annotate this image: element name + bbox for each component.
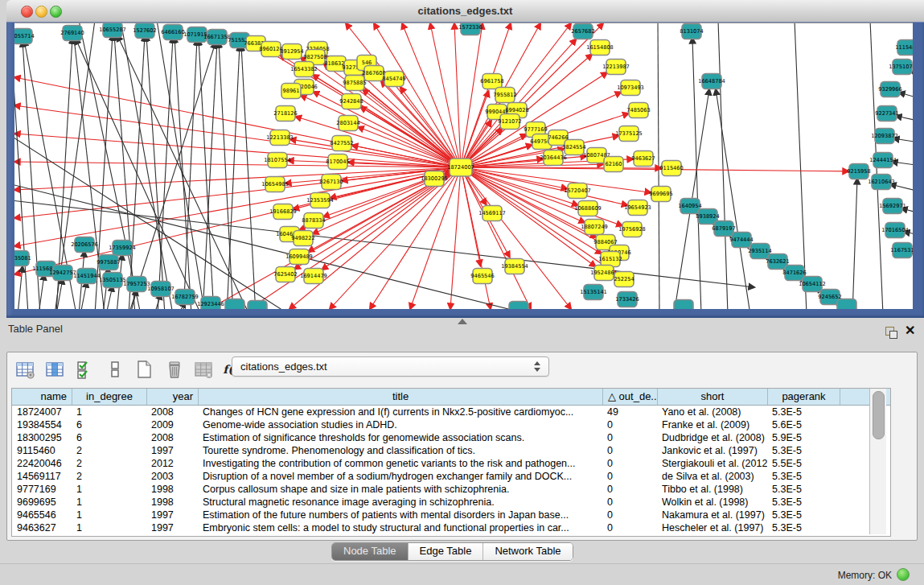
teal-node[interactable]: 1167531 <box>890 243 913 258</box>
yellow-node[interactable]: 1615132 <box>598 252 622 267</box>
teal-node[interactable] <box>509 302 528 310</box>
teal-node[interactable]: 20206576 <box>71 237 98 253</box>
teal-node[interactable] <box>837 299 856 310</box>
yellow-node[interactable]: 17375125 <box>615 126 643 142</box>
yellow-node[interactable]: 14569117 <box>478 206 506 221</box>
teal-node[interactable]: 1640954 <box>678 199 701 214</box>
column-header-sorted[interactable]: △ out_de... <box>602 389 657 405</box>
network-canvas[interactable]: 4055714276914010655287152760264661601071… <box>14 23 913 309</box>
yellow-node[interactable]: 8878334 <box>302 213 325 229</box>
teal-node[interactable]: 1115480 <box>895 40 913 56</box>
hub-node[interactable]: 18724007 <box>447 159 474 176</box>
teal-node[interactable]: 6879197 <box>712 221 735 237</box>
yellow-node[interactable]: 18300295 <box>421 171 448 187</box>
yellow-node[interactable]: 10973493 <box>617 80 644 96</box>
yellow-node[interactable]: 7955812 <box>493 88 516 103</box>
yellow-node[interactable]: 9327508 <box>342 60 365 76</box>
teal-node[interactable]: 9245652 <box>818 290 841 305</box>
yellow-node[interactable]: 8170045 <box>326 154 349 170</box>
teal-node[interactable]: 16782759 <box>171 290 199 305</box>
teal-node[interactable]: 9975887 <box>97 255 120 270</box>
teal-node[interactable]: 10958107 <box>147 282 175 297</box>
vertical-scrollbar[interactable] <box>869 389 886 534</box>
yellow-node[interactable]: 9990448 <box>485 105 508 120</box>
teal-node[interactable]: 7632621 <box>766 254 789 270</box>
table-settings-icon[interactable] <box>14 358 38 381</box>
yellow-node[interactable]: 9884067 <box>593 235 617 250</box>
yellow-node[interactable]: 7625402 <box>273 267 297 282</box>
yellow-node[interactable]: 12353594 <box>306 193 334 208</box>
teal-node[interactable]: 8131074 <box>680 24 703 39</box>
table-selector-dropdown[interactable]: citations_edges.txt <box>232 356 549 377</box>
yellow-node[interactable]: 8912954 <box>280 44 303 60</box>
yellow-node[interactable]: 10688609 <box>574 201 602 216</box>
yellow-node[interactable]: 9115460 <box>659 161 683 176</box>
column-header[interactable]: title <box>198 389 602 405</box>
teal-node[interactable]: 8471626 <box>782 266 806 281</box>
teal-node[interactable]: 9227341 <box>875 106 898 122</box>
yellow-node[interactable]: 9465546 <box>470 269 494 284</box>
memory-ok-indicator[interactable] <box>897 568 910 581</box>
panel-resize-handle[interactable] <box>458 319 467 324</box>
yellow-node[interactable]: 19756928 <box>618 222 646 237</box>
yellow-node[interactable]: 8427552 <box>330 136 353 151</box>
teal-node[interactable] <box>225 299 244 310</box>
teal-node[interactable]: 7515526 <box>228 33 251 48</box>
yellow-node[interactable]: 6961758 <box>480 74 503 89</box>
teal-node[interactable]: 11156889 <box>32 262 60 277</box>
teal-node[interactable]: 1527602 <box>133 23 156 39</box>
yellow-node[interactable]: 12213987 <box>602 60 630 75</box>
teal-node[interactable] <box>248 301 267 310</box>
tab-node-table[interactable]: Node Table <box>332 543 408 560</box>
yellow-node[interactable]: 746266 <box>548 130 568 146</box>
yellow-node[interactable]: 7663822 <box>244 36 267 51</box>
yellow-node[interactable]: 2867608 <box>362 66 385 81</box>
table-row[interactable]: 1938455462009Genome-wide association stu… <box>12 418 890 431</box>
teal-node[interactable] <box>674 300 693 310</box>
teal-node[interactable]: 16648784 <box>698 74 725 89</box>
teal-node[interactable]: 2769140 <box>60 26 84 41</box>
yellow-node[interactable]: 10807487 <box>583 148 610 163</box>
float-window-icon[interactable] <box>885 327 898 339</box>
tab-network-table[interactable]: Network Table <box>483 543 572 560</box>
yellow-node[interactable]: 62160 <box>604 157 623 172</box>
yellow-node[interactable]: 9827508 <box>303 50 326 65</box>
yellow-node[interactable]: 15720407 <box>564 183 591 199</box>
column-header[interactable]: in_degree <box>72 389 146 405</box>
yellow-node[interactable]: 19166829 <box>269 204 297 220</box>
teal-node[interactable]: 12093872 <box>871 129 898 144</box>
yellow-node[interactable]: 9875885 <box>343 76 366 91</box>
teal-node[interactable]: 12444154 <box>869 153 897 168</box>
teal-node[interactable]: 15135141 <box>580 285 607 300</box>
teal-node[interactable]: 15692971 <box>879 199 906 214</box>
yellow-node[interactable]: 546 <box>357 56 376 71</box>
teal-node[interactable]: 10719155 <box>183 27 211 43</box>
yellow-node[interactable]: 2226058 <box>306 42 329 57</box>
teal-node[interactable]: 1733426 <box>615 292 639 307</box>
yellow-node[interactable]: 3824554 <box>562 140 585 155</box>
yellow-node[interactable]: 98961 <box>281 84 301 99</box>
teal-node[interactable]: 9215958 <box>847 164 870 179</box>
delete-table-icon[interactable] <box>192 358 216 381</box>
yellow-node[interactable]: 7485063 <box>626 103 650 118</box>
yellow-node[interactable]: 9699695 <box>649 187 672 202</box>
teal-node[interactable]: 8938924 <box>696 209 719 225</box>
teal-node[interactable]: 2935114 <box>748 244 771 259</box>
column-header[interactable]: short <box>657 389 767 405</box>
yellow-node[interactable]: 6497568 <box>530 134 553 150</box>
teal-node[interactable]: 17957253 <box>123 277 150 292</box>
yellow-node[interactable]: 8960124 <box>259 42 282 57</box>
teal-node[interactable]: 2657682 <box>571 24 594 39</box>
new-file-icon[interactable] <box>133 358 157 381</box>
yellow-node[interactable]: 2718126 <box>273 106 297 122</box>
close-panel-icon[interactable]: ✕ <box>905 323 915 338</box>
table-row[interactable]: 946362711997Embryonic stem cells: a mode… <box>12 521 890 534</box>
yellow-node[interactable]: 19654923 <box>624 200 651 216</box>
teal-node[interactable]: 9474444 <box>729 233 753 248</box>
teal-node[interactable]: 4055714 <box>14 29 35 44</box>
table-row[interactable]: 1872400712008Changes of HCN gene express… <box>12 406 890 418</box>
yellow-node[interactable]: 12213383 <box>266 130 294 146</box>
table-row[interactable]: 946554611997Estimation of the future num… <box>12 509 890 521</box>
yellow-node[interactable]: 16099489 <box>285 249 313 265</box>
tab-edge-table[interactable]: Edge Table <box>408 543 483 560</box>
